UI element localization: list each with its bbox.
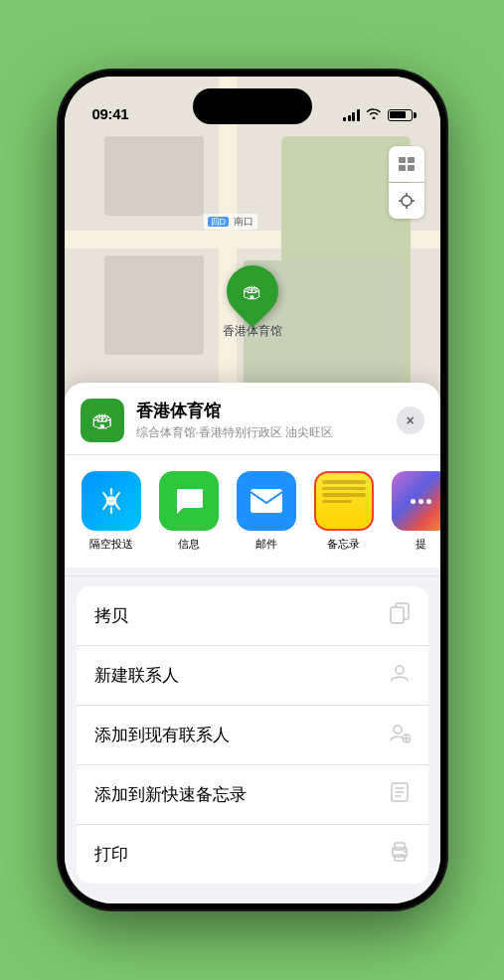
svg-point-14	[394, 726, 402, 734]
bottom-sheet: 🏟 香港体育馆 综合体育馆·香港特别行政区 油尖旺区 ×	[65, 383, 440, 903]
new-contact-icon	[389, 662, 411, 689]
svg-rect-2	[399, 165, 406, 171]
sheet-header: 🏟 香港体育馆 综合体育馆·香港特别行政区 油尖旺区 ×	[65, 383, 440, 454]
add-existing-contact-icon	[389, 722, 411, 748]
signal-icon	[343, 109, 360, 121]
copy-icon	[389, 602, 411, 629]
venue-icon: 🏟	[81, 399, 124, 442]
more-label: 提	[416, 537, 426, 552]
svg-point-25	[404, 851, 406, 853]
close-button[interactable]: ×	[397, 407, 424, 434]
share-mail[interactable]: 邮件	[232, 471, 301, 552]
location-button[interactable]	[389, 183, 424, 219]
map-controls	[389, 146, 424, 219]
airdrop-icon	[82, 471, 141, 531]
add-existing-contact-label: 添加到现有联系人	[94, 724, 230, 746]
map-road-label: 四D 南口	[204, 214, 257, 230]
new-contact-label: 新建联系人	[94, 664, 179, 687]
mail-icon	[237, 471, 296, 531]
notes-icon	[314, 471, 374, 531]
phone-screen: 09:41	[65, 77, 440, 903]
mail-label: 邮件	[255, 537, 277, 552]
action-copy[interactable]: 拷贝	[77, 586, 428, 646]
messages-icon	[159, 471, 219, 531]
svg-rect-24	[395, 843, 405, 850]
svg-rect-10	[251, 489, 282, 513]
share-messages[interactable]: 信息	[154, 471, 224, 552]
svg-rect-0	[399, 157, 406, 163]
share-row: 隔空投送 信息	[65, 455, 440, 568]
svg-point-4	[402, 196, 412, 206]
venue-description: 综合体育馆·香港特别行政区 油尖旺区	[136, 424, 385, 441]
action-new-contact[interactable]: 新建联系人	[77, 646, 428, 706]
quick-note-label: 添加到新快速备忘录	[94, 783, 247, 806]
svg-rect-3	[408, 165, 415, 171]
action-print[interactable]: 打印	[77, 825, 428, 884]
map-type-button[interactable]	[389, 146, 424, 182]
messages-label: 信息	[178, 537, 200, 552]
more-icon	[392, 471, 440, 531]
status-icons	[343, 107, 413, 122]
action-add-existing-contact[interactable]: 添加到现有联系人	[77, 706, 428, 765]
notes-label: 备忘录	[327, 537, 360, 552]
venue-name: 香港体育馆	[136, 400, 385, 422]
share-airdrop[interactable]: 隔空投送	[77, 471, 146, 552]
action-quick-note[interactable]: 添加到新快速备忘录	[77, 765, 428, 825]
svg-rect-1	[408, 157, 415, 163]
location-pin: 🏟 香港体育馆	[223, 265, 282, 340]
svg-point-13	[396, 666, 404, 674]
venue-info: 香港体育馆 综合体育馆·香港特别行政区 油尖旺区	[136, 400, 385, 441]
action-list: 拷贝 新建联系人	[77, 586, 428, 884]
divider-2	[65, 575, 440, 576]
share-more[interactable]: 提	[387, 471, 440, 552]
svg-rect-12	[391, 607, 404, 623]
airdrop-label: 隔空投送	[89, 537, 133, 552]
print-label: 打印	[94, 843, 128, 866]
quick-note-icon	[389, 781, 411, 808]
status-time: 09:41	[92, 105, 129, 122]
svg-rect-23	[395, 855, 405, 861]
pin-marker: 🏟	[216, 254, 289, 328]
battery-icon	[388, 109, 413, 121]
wifi-icon	[366, 107, 382, 122]
share-notes[interactable]: 备忘录	[309, 471, 379, 552]
dynamic-island	[193, 88, 312, 124]
print-icon	[389, 841, 411, 868]
action-copy-label: 拷贝	[94, 604, 128, 627]
phone-frame: 09:41	[59, 71, 446, 909]
